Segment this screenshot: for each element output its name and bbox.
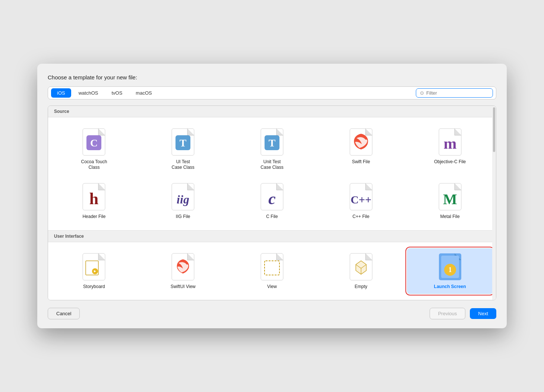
item-unit-test[interactable]: T Unit TestCase Class	[229, 123, 315, 175]
unit-test-icon: T	[260, 128, 284, 156]
c-file-icon: c	[260, 183, 284, 211]
item-cpp-file[interactable]: C++ C++ File	[318, 178, 404, 224]
filter-input[interactable]	[426, 90, 489, 96]
swiftui-view-label: SwiftUI View	[171, 284, 196, 290]
dialog: Choose a template for your new file: iOS…	[37, 64, 507, 328]
svg-text:c: c	[268, 190, 276, 208]
item-swiftui-view[interactable]: SwiftUI View	[140, 248, 226, 294]
item-cocoa-touch[interactable]: C Cocoa TouchClass	[51, 123, 137, 175]
tab-tvos[interactable]: tvOS	[105, 88, 128, 98]
svg-text:C++: C++	[351, 193, 371, 206]
user-interface-section-header: User Interface	[48, 231, 496, 242]
view-label: View	[267, 284, 277, 290]
ui-items-grid: Storyboard SwiftUI View	[48, 242, 496, 300]
unit-test-label: Unit TestCase Class	[260, 159, 283, 171]
item-c-file[interactable]: c C File	[229, 178, 315, 224]
scrollbar-thumb[interactable]	[493, 107, 495, 152]
item-empty[interactable]: Empty	[318, 248, 404, 294]
cpp-file-label: C++ File	[352, 214, 369, 220]
cocoa-touch-icon: C	[82, 128, 106, 156]
item-metal-file[interactable]: M Metal File	[407, 178, 493, 224]
storyboard-icon	[82, 253, 106, 281]
launch-screen-icon: 1	[438, 253, 462, 281]
empty-label: Empty	[355, 284, 367, 290]
svg-text:h: h	[89, 190, 98, 208]
header-file-icon: h	[82, 183, 106, 211]
source-section-header: Source	[48, 106, 496, 117]
item-storyboard[interactable]: Storyboard	[51, 248, 137, 294]
metal-file-icon: M	[438, 183, 462, 211]
dialog-title: Choose a template for your new file:	[48, 74, 496, 80]
content-area: Source C Cocoa TouchClass	[48, 105, 496, 300]
objc-file-label: Objective-C File	[434, 159, 466, 165]
cancel-button[interactable]: Cancel	[48, 308, 80, 319]
svg-text:m: m	[443, 135, 456, 152]
launch-screen-label: Launch Screen	[434, 284, 466, 290]
metal-file-label: Metal File	[440, 214, 460, 220]
swiftui-view-icon	[171, 253, 195, 281]
ui-test-label: UI TestCase Class	[172, 159, 194, 171]
item-header-file[interactable]: h Header File	[51, 178, 137, 224]
svg-text:1: 1	[448, 266, 452, 274]
svg-text:C: C	[90, 137, 98, 149]
svg-text:T: T	[269, 137, 276, 149]
ui-test-icon: T	[171, 128, 195, 156]
cpp-file-icon: C++	[349, 183, 373, 211]
item-iig-file[interactable]: iig IIG File	[140, 178, 226, 224]
source-items-grid: C Cocoa TouchClass T UI TestCase Class	[48, 117, 496, 231]
item-view[interactable]: View	[229, 248, 315, 294]
filter-icon: ⊙	[420, 90, 424, 96]
svg-text:M: M	[443, 191, 457, 208]
scrollbar-track[interactable]	[492, 106, 496, 300]
tab-list: iOS watchOS tvOS macOS	[51, 88, 416, 98]
objc-file-icon: m	[438, 128, 462, 156]
item-ui-test[interactable]: T UI TestCase Class	[140, 123, 226, 175]
tab-watchos[interactable]: watchOS	[73, 88, 104, 98]
tab-bar: iOS watchOS tvOS macOS ⊙	[48, 86, 496, 99]
svg-text:iig: iig	[177, 193, 189, 206]
item-launch-screen[interactable]: 1 Launch Screen	[407, 248, 493, 294]
empty-icon	[349, 253, 373, 281]
tab-macos[interactable]: macOS	[130, 88, 158, 98]
tab-ios[interactable]: iOS	[51, 88, 71, 98]
cocoa-touch-label: Cocoa TouchClass	[81, 159, 107, 171]
iig-file-label: IIG File	[176, 214, 190, 220]
swift-file-icon	[349, 128, 373, 156]
view-icon	[260, 253, 284, 281]
filter-container: ⊙	[416, 88, 493, 98]
storyboard-label: Storyboard	[83, 284, 105, 290]
iig-file-icon: iig	[171, 183, 195, 211]
footer-right: Previous Next	[430, 308, 496, 319]
swift-file-label: Swift File	[352, 159, 370, 165]
previous-button[interactable]: Previous	[430, 308, 466, 319]
next-button[interactable]: Next	[470, 308, 496, 319]
c-file-label: C File	[266, 214, 278, 220]
item-swift-file[interactable]: Swift File	[318, 123, 404, 175]
header-file-label: Header File	[82, 214, 105, 220]
svg-text:T: T	[180, 137, 187, 149]
footer: Cancel Previous Next	[48, 308, 496, 319]
item-objc-file[interactable]: m Objective-C File	[407, 123, 493, 175]
